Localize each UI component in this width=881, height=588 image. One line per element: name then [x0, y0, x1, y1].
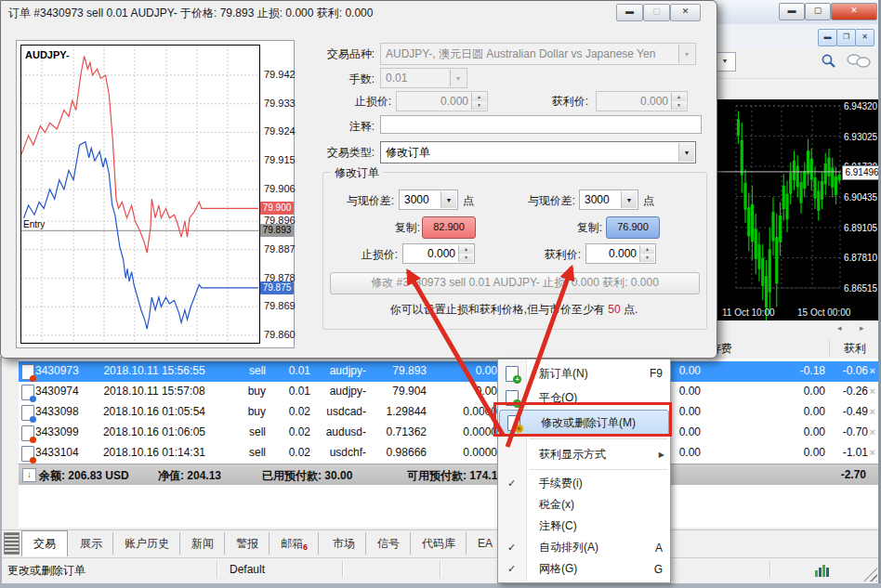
level-combo-tp[interactable]: 3000▼ [579, 189, 638, 210]
ask-price-tag: 79.900 [260, 202, 294, 215]
modify-stoploss-spinner[interactable]: 0.000 ▲▼ [402, 243, 475, 264]
tab-信号[interactable]: 信号 [367, 532, 411, 555]
stoploss-label: 止损价: [324, 94, 391, 110]
trade-type-label: 交易类型: [306, 145, 375, 161]
close-order-icon[interactable]: × [870, 446, 875, 460]
close-order-icon[interactable]: × [870, 385, 875, 399]
balance-segment: 可用预付款: 174.13 [407, 468, 504, 484]
copy-sl-button[interactable]: 82.900 [422, 216, 476, 239]
cell-volume: 0.02 [270, 405, 310, 420]
level-combo-sl[interactable]: 3000▼ [399, 189, 458, 210]
copy-tp-button[interactable]: 76.900 [606, 216, 660, 239]
maximize-button[interactable]: ▢ [805, 3, 831, 20]
tab-市场[interactable]: 市场 [322, 532, 366, 555]
tab-警报[interactable]: 警报 [226, 532, 270, 555]
table-row[interactable]: 34309742018.10.11 15:57:08buy0.01audjpy-… [19, 382, 878, 403]
cell-symbol: usdchf- [313, 446, 366, 461]
check-icon: ✓ [507, 542, 516, 554]
tab-邮箱[interactable]: 邮箱6 [270, 532, 319, 555]
spin-up-icon[interactable]: ▲ [472, 93, 486, 101]
new-order-icon: + [506, 366, 519, 382]
cell-type: buy [214, 385, 266, 399]
orders-context-menu: +新订单(N)F9✓平仓(O)✳修改或删除订单(M)获利显示方式▶✓手续费(i)… [497, 359, 671, 583]
menu-item-税金x[interactable]: 税金(x) [498, 494, 670, 516]
market-chart-y-label: 6.86515 [844, 283, 881, 294]
chart-scrollbar[interactable] [717, 320, 878, 336]
comment-input[interactable] [380, 115, 702, 134]
column-header-profit[interactable]: 获利 [844, 341, 866, 357]
scroll-left-icon[interactable]: ◂ [837, 323, 842, 333]
spin-down-icon[interactable]: ▼ [472, 101, 486, 110]
close-order-icon[interactable]: × [870, 405, 875, 419]
menu-separator [498, 466, 670, 473]
close-order-icon[interactable]: × [870, 425, 875, 439]
modify-takeprofit-spinner[interactable]: 0.000 ▲▼ [585, 243, 656, 264]
spin-up-icon[interactable]: ▲ [672, 93, 686, 101]
check-icon: ✓ [507, 563, 516, 575]
menu-item-新订单N[interactable]: +新订单(N)F9 [498, 361, 670, 385]
tab-新闻[interactable]: 新闻 [181, 532, 225, 555]
menu-shortcut: A [646, 542, 663, 555]
spin-up-icon[interactable]: ▲ [459, 245, 473, 254]
cell-order: 3433099 [35, 425, 95, 440]
tab-展示[interactable]: 展示 [70, 532, 113, 555]
modify-order-group-title: 修改订单 [331, 165, 383, 181]
symbol-combo[interactable]: AUDJPY-, 澳元日圆 Australian Dollar vs Japan… [380, 43, 696, 65]
spin-down-icon[interactable]: ▼ [672, 101, 686, 110]
cell-time: 2018.10.16 01:14:31 [98, 446, 211, 461]
tick-chart-y-label: 79.869 [264, 300, 296, 313]
modify-hint: 你可以设置止损和获利价格,但与市价至少有 50 点. [322, 302, 705, 318]
status-profile[interactable]: Default [230, 563, 265, 576]
chat-icon[interactable] [846, 52, 874, 71]
zoom-icon[interactable] [821, 53, 837, 70]
chart-close-button[interactable]: ✕ [855, 29, 874, 46]
bid-price-tag: 79.875 [260, 281, 294, 294]
cell-swap: 0.00 [703, 405, 825, 420]
trade-type-combo[interactable]: 修改订单▼ [380, 141, 696, 163]
tab-代码库[interactable]: 代码库 [412, 532, 467, 555]
minimize-button[interactable]: ▬ [779, 3, 805, 20]
entry-line-label: Entry [22, 219, 46, 229]
stoploss-spinner[interactable]: 0.000 ▲▼ [396, 91, 488, 111]
total-profit: -2.70 [841, 468, 866, 481]
dialog-minimize-button[interactable]: ▬ [616, 4, 643, 21]
scroll-right-icon[interactable]: ▸ [860, 323, 864, 333]
table-row[interactable]: 34309732018.10.11 15:56:55sell0.01audjpy… [19, 361, 878, 383]
menu-item-label: 新订单(N) [539, 366, 588, 382]
menu-item-网格G[interactable]: ✓网格(G)G [498, 558, 670, 580]
modify-takeprofit-label: 获利价: [515, 247, 581, 263]
takeprofit-spinner[interactable]: 0.000 ▲▼ [596, 91, 688, 111]
submenu-arrow-icon: ▶ [659, 451, 664, 459]
market-chart-y-label: 6.93025 [844, 132, 881, 142]
points-label: 点 [463, 193, 474, 209]
table-row[interactable]: 34330992018.10.16 01:06:05sell0.02audusd… [19, 423, 878, 444]
menu-item-注释C[interactable]: 注释(C) [498, 516, 670, 537]
dialog-close-button[interactable]: ✕ [670, 4, 701, 21]
menu-item-自动排列A[interactable]: ✓自动排列(A)A [498, 537, 670, 558]
cell-order: 3430973 [35, 364, 95, 379]
dock-panel-icon[interactable] [4, 532, 20, 555]
close-order-icon[interactable]: × [870, 364, 875, 378]
menu-item-label: 获利显示方式 [539, 447, 606, 463]
level-label-tp: 与现价差: [501, 193, 575, 209]
spin-down-icon[interactable]: ▼ [640, 254, 654, 262]
volume-combo[interactable]: 0.01▼ [380, 68, 467, 88]
copy-label-sl: 复制: [357, 220, 420, 236]
cell-sl: 0.0000 [429, 425, 497, 440]
chart-minimize-button[interactable]: ▬ [818, 29, 837, 46]
cell-sl: 0.00 [429, 385, 497, 399]
tab-账户历史[interactable]: 账户历史 [114, 532, 180, 555]
dialog-maximize-button[interactable]: ▢ [643, 4, 670, 21]
chart-restore-button[interactable]: ❐ [836, 29, 856, 46]
menu-item-获利显示方式[interactable]: 获利显示方式▶ [498, 442, 670, 466]
close-button[interactable]: ✕ [831, 3, 877, 20]
tab-交易[interactable]: 交易 [21, 530, 68, 556]
table-row[interactable]: 34330982018.10.16 01:05:54buy0.02usdcad-… [19, 402, 878, 424]
menu-item-label: 手续费(i) [539, 476, 583, 491]
table-row[interactable]: 34331042018.10.16 01:14:31sell0.02usdchf… [19, 443, 878, 464]
order-buy-icon [21, 405, 34, 421]
menu-item-手续费i[interactable]: ✓手续费(i) [498, 473, 670, 494]
spin-down-icon[interactable]: ▼ [459, 254, 473, 262]
spin-up-icon[interactable]: ▲ [640, 245, 654, 254]
modify-order-button[interactable]: 修改 #3430973 sell 0.01 AUDJPY- 止损: 0.000 … [330, 272, 700, 294]
